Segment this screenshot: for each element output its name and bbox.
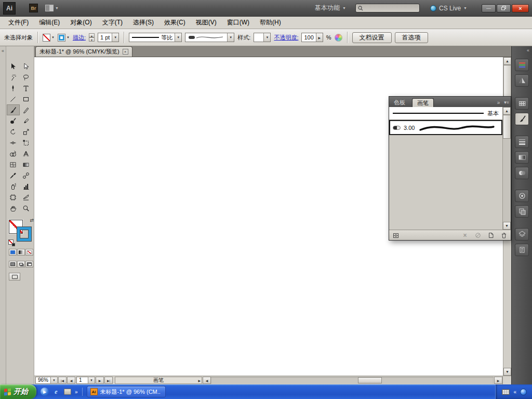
scroll-down-icon[interactable]: ▼: [503, 368, 511, 376]
default-fill-stroke-icon[interactable]: [8, 240, 14, 245]
panel-menu-icon[interactable]: ▼≡: [503, 100, 509, 105]
menu-window[interactable]: 窗口(W): [222, 17, 255, 29]
status-flyout-icon[interactable]: ▶: [198, 379, 201, 382]
panel-scroll-thumb[interactable]: [503, 115, 511, 139]
shape-builder-tool-button[interactable]: [7, 148, 20, 159]
horizontal-scroll-track[interactable]: [211, 377, 494, 384]
layers-panel-button[interactable]: [515, 228, 529, 241]
line-segment-tool-button[interactable]: [7, 94, 20, 104]
menu-type[interactable]: 文字(T): [97, 17, 128, 29]
tab-swatches[interactable]: 色板: [389, 98, 410, 107]
fill-color-dropdown[interactable]: ▼: [43, 34, 55, 42]
brushes-panel-header[interactable]: 色板 画笔 » ▼≡: [389, 97, 511, 107]
swap-fill-stroke-icon[interactable]: ⇄: [30, 218, 34, 223]
menu-view[interactable]: 视图(V): [191, 17, 222, 29]
scroll-up-icon[interactable]: ▲: [503, 57, 511, 65]
recolor-artwork-icon[interactable]: [335, 34, 342, 42]
style-dropdown[interactable]: ▼: [254, 33, 271, 42]
panel-scrollbar[interactable]: ▲ ▼: [503, 107, 511, 230]
gradient-tool-button[interactable]: [20, 159, 33, 170]
pen-tool-button[interactable]: [7, 83, 20, 94]
free-transform-tool-button[interactable]: [20, 137, 33, 148]
taskbar-document-button[interactable]: Ai 未标题-1* @ 96% (CM..: [87, 386, 166, 397]
pencil-tool-button[interactable]: [20, 104, 33, 115]
type-tool-button[interactable]: [20, 83, 33, 94]
column-graph-tool-button[interactable]: [20, 181, 33, 192]
graphic-styles-panel-button[interactable]: [515, 205, 529, 218]
show-desktop-icon[interactable]: [64, 389, 71, 395]
tray-collapse-icon[interactable]: «: [513, 389, 516, 395]
perspective-grid-tool-button[interactable]: [20, 148, 33, 159]
menu-edit[interactable]: 编辑(E): [34, 17, 65, 29]
chevron-down-icon[interactable]: ▼: [263, 33, 270, 42]
search-input[interactable]: [365, 5, 415, 11]
minimize-button[interactable]: —: [482, 4, 496, 12]
delete-brush-icon[interactable]: [500, 231, 508, 239]
artboard-number-combo[interactable]: 1 ▼: [76, 377, 95, 384]
chevron-down-icon[interactable]: ▼: [88, 377, 95, 384]
symbols-panel-button[interactable]: [515, 190, 529, 202]
brush-item-basic[interactable]: 基本: [389, 107, 502, 120]
options-of-selected-object-icon[interactable]: [474, 231, 482, 239]
transparency-panel-button[interactable]: [515, 167, 529, 179]
document-tab[interactable]: 未标题-1* @ 96% (CMYK/预览) ×: [35, 46, 132, 57]
stroke-swatch[interactable]: [17, 227, 31, 241]
hand-tool-button[interactable]: [7, 203, 20, 214]
chevron-down-icon[interactable]: ▼: [112, 33, 118, 42]
lasso-tool-button[interactable]: [20, 72, 33, 83]
stroke-panel-link[interactable]: 描边:: [73, 34, 86, 42]
stepper-down-icon[interactable]: ▼: [89, 37, 95, 42]
close-button[interactable]: ×: [512, 4, 529, 12]
stepper-up-icon[interactable]: ▲: [89, 33, 95, 37]
next-artboard-button[interactable]: ▶: [96, 377, 104, 384]
remove-brush-stroke-icon[interactable]: ×: [461, 231, 469, 239]
collapse-left-icon[interactable]: «: [2, 48, 4, 54]
draw-inside-button[interactable]: [25, 261, 33, 268]
brushes-panel-button[interactable]: [515, 113, 529, 125]
menu-effect[interactable]: 效果(C): [159, 17, 191, 29]
selection-tool-button[interactable]: [7, 61, 20, 72]
stroke-width-combo[interactable]: 1 pt ▼: [98, 33, 119, 42]
media-player-icon[interactable]: ▶: [41, 388, 49, 396]
magic-wand-tool-button[interactable]: [7, 72, 20, 83]
previous-artboard-button[interactable]: ◀: [67, 377, 75, 384]
search-box[interactable]: [355, 4, 420, 12]
draw-normal-button[interactable]: [9, 261, 17, 268]
slice-tool-button[interactable]: [20, 192, 33, 203]
menu-select[interactable]: 选择(S): [128, 17, 159, 29]
stroke-color-dropdown[interactable]: ▼: [58, 34, 70, 42]
stroke-panel-button[interactable]: [515, 136, 529, 148]
panel-scroll-down-icon[interactable]: ▼: [503, 222, 511, 230]
gradient-button[interactable]: [17, 249, 25, 256]
illustrator-app-icon[interactable]: Ai: [3, 2, 16, 15]
chevron-down-icon[interactable]: ▼: [175, 33, 181, 42]
new-brush-icon[interactable]: [487, 231, 495, 239]
chevron-down-icon[interactable]: ▼: [50, 377, 58, 384]
tab-close-icon[interactable]: ×: [123, 49, 128, 55]
tab-brushes[interactable]: 画笔: [412, 98, 434, 107]
panel-scroll-track[interactable]: [503, 139, 511, 222]
preferences-button[interactable]: 首选项: [395, 32, 428, 43]
left-dock-collapse-strip[interactable]: «: [0, 46, 6, 384]
eyedropper-tool-button[interactable]: [7, 170, 20, 181]
panel-scroll-up-icon[interactable]: ▲: [503, 107, 511, 115]
opacity-combo[interactable]: 100 ▶: [301, 33, 323, 42]
menu-object[interactable]: 对象(O): [65, 17, 97, 29]
arrange-documents-button[interactable]: ▼: [45, 5, 59, 11]
rectangle-tool-button[interactable]: [20, 94, 33, 104]
artboards-panel-button[interactable]: [515, 244, 529, 256]
color-panel-button[interactable]: [515, 59, 529, 71]
brush-definition-dropdown[interactable]: ▼: [185, 33, 234, 42]
opacity-panel-link[interactable]: 不透明度:: [274, 34, 298, 42]
fill-stroke-indicator[interactable]: ⇄: [9, 220, 33, 244]
bridge-icon[interactable]: Br: [29, 4, 38, 12]
status-display[interactable]: 画笔 ▶: [115, 377, 202, 384]
zoom-tool-button[interactable]: [20, 203, 33, 214]
menu-help[interactable]: 帮助(H): [255, 17, 286, 29]
blend-tool-button[interactable]: [20, 170, 33, 181]
collapse-panel-icon[interactable]: »: [497, 100, 500, 105]
internet-explorer-icon[interactable]: e: [52, 388, 60, 396]
rotate-tool-button[interactable]: [7, 126, 20, 137]
opacity-spinner-icon[interactable]: ▶: [316, 33, 323, 42]
brush-libraries-icon[interactable]: [392, 231, 400, 239]
